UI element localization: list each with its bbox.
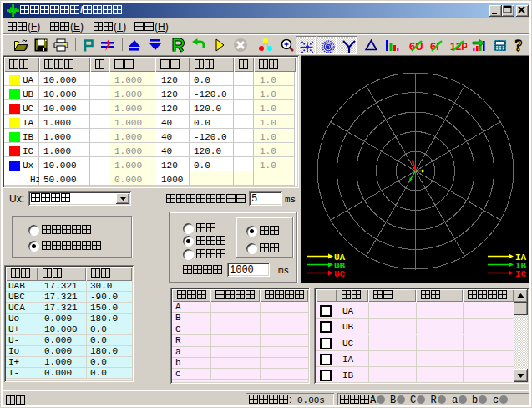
svg-text:?: ? — [515, 38, 523, 53]
svg-text:6I: 6I — [430, 40, 439, 53]
svg-text:IC: IC — [515, 269, 527, 279]
svg-text:UC: UC — [334, 269, 346, 279]
